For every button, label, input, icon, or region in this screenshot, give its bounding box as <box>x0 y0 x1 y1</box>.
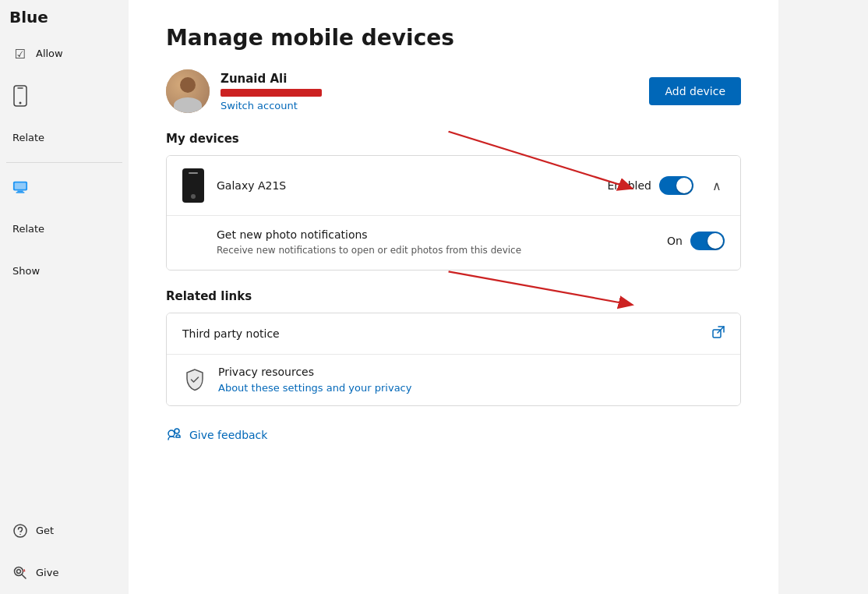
page-title: Manage mobile devices <box>166 25 741 51</box>
related-links-card: Third party notice Privacy <box>166 313 741 406</box>
sidebar-item-allow-label: Allow <box>36 48 63 61</box>
user-details: Zunaid Ali Switch account <box>221 72 322 111</box>
device-expanded-section: Get new photo notifications Receive new … <box>167 215 740 270</box>
sidebar-header: Blue <box>0 0 129 33</box>
sidebar-item-remote[interactable] <box>3 167 125 207</box>
sidebar-item-get-help[interactable]: Get <box>3 511 125 551</box>
sidebar-item-give-feedback[interactable]: Give <box>3 553 125 593</box>
notification-title: Get new photo notifications <box>217 228 667 241</box>
user-name: Zunaid Ali <box>221 72 322 86</box>
third-party-link-text: Third party notice <box>182 327 280 340</box>
privacy-link-row[interactable]: Privacy resources About these settings a… <box>167 355 740 405</box>
sidebar-item-show-label: Show <box>12 265 40 278</box>
svg-line-11 <box>22 575 26 578</box>
avatar-image <box>166 69 210 113</box>
device-status-label: Enabled <box>607 179 651 192</box>
feedback-icon <box>166 426 182 444</box>
avatar <box>166 69 210 113</box>
shield-icon <box>182 367 207 392</box>
user-profile: Zunaid Ali Switch account Add device <box>166 69 741 113</box>
svg-point-7 <box>14 525 26 537</box>
notification-description: Receive new notifications to open or edi… <box>217 244 667 257</box>
user-info: Zunaid Ali Switch account <box>166 69 322 113</box>
give-feedback-link[interactable]: Give feedback <box>189 429 267 441</box>
feedback-row[interactable]: Give feedback <box>166 422 741 448</box>
svg-rect-4 <box>15 183 26 189</box>
get-help-label: Get <box>36 525 54 538</box>
device-phone-icon <box>182 168 204 203</box>
notification-info: Get new photo notifications Receive new … <box>217 228 667 257</box>
sidebar-item-related1[interactable]: Relate <box>3 118 125 158</box>
give-feedback-icon <box>12 565 28 581</box>
external-link-icon <box>712 326 725 341</box>
add-device-button[interactable]: Add device <box>649 77 741 105</box>
device-card: Galaxy A21S Enabled ∧ Get new photo noti… <box>166 155 741 270</box>
remote-desktop-icon <box>12 179 28 195</box>
bottom-actions: Give feedback <box>166 422 741 448</box>
main-content: Manage mobile devices Zunaid Ali Switch … <box>129 0 778 594</box>
switch-account-link[interactable]: Switch account <box>221 100 322 111</box>
related-links-heading: Related links <box>166 289 741 303</box>
get-help-icon <box>12 523 28 539</box>
privacy-title: Privacy resources <box>218 366 411 378</box>
svg-point-2 <box>19 102 22 104</box>
svg-point-19 <box>175 429 179 433</box>
svg-rect-6 <box>16 192 25 193</box>
right-panel <box>778 0 868 594</box>
svg-point-18 <box>168 430 175 437</box>
privacy-link-text-group: Privacy resources About these settings a… <box>218 366 411 394</box>
device-row: Galaxy A21S Enabled ∧ <box>167 156 740 215</box>
sidebar: Blue ☑ Allow Relate Relate <box>0 0 129 594</box>
sidebar-item-phone[interactable] <box>3 76 125 116</box>
device-enabled-toggle[interactable] <box>659 176 693 195</box>
sidebar-item-related2[interactable]: Relate <box>3 209 125 249</box>
third-party-link-row[interactable]: Third party notice <box>167 313 740 355</box>
notification-toggle[interactable] <box>690 232 725 250</box>
give-feedback-sidebar-label: Give <box>36 567 58 580</box>
svg-rect-5 <box>17 191 23 193</box>
my-devices-heading: My devices <box>166 132 741 146</box>
sidebar-item-show[interactable]: Show <box>3 251 125 292</box>
notification-row: Get new photo notifications Receive new … <box>217 228 725 257</box>
svg-point-8 <box>19 534 21 536</box>
notification-control: On <box>667 232 725 250</box>
notification-status-label: On <box>667 235 683 247</box>
svg-point-10 <box>17 570 21 574</box>
device-name: Galaxy A21S <box>217 179 607 192</box>
user-email-bar <box>221 89 322 97</box>
device-expand-button[interactable]: ∧ <box>709 175 725 196</box>
sidebar-item-related1-label: Relate <box>12 132 44 145</box>
phone-icon <box>12 88 28 104</box>
sidebar-divider <box>6 162 122 163</box>
sidebar-item-allow[interactable]: ☑ Allow <box>3 34 125 74</box>
allow-icon: ☑ <box>12 46 28 62</box>
privacy-subtitle-link[interactable]: About these settings and your privacy <box>218 382 411 394</box>
device-status: Enabled <box>607 176 693 195</box>
sidebar-item-related2-label: Relate <box>12 223 44 236</box>
privacy-link-left: Privacy resources About these settings a… <box>182 366 411 394</box>
